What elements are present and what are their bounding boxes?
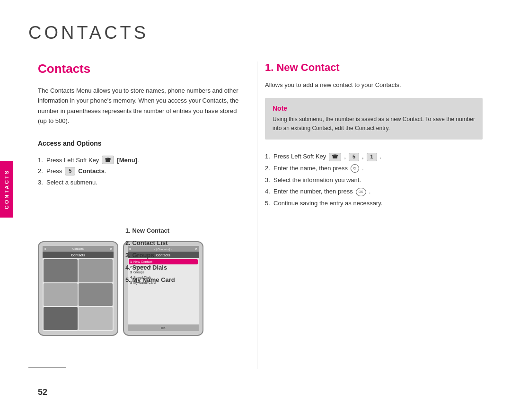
page-title: CONTACTS: [28, 23, 483, 43]
right-steps: 1. Press Left Soft Key ☎ , 5 , 1 . 2. En…: [265, 151, 483, 209]
phone-statusbar-1: |||Contacts⚙: [43, 246, 114, 252]
nav-icon: ↻: [351, 164, 359, 173]
page-number: 52: [38, 387, 47, 397]
phone-grid-area: [43, 258, 114, 331]
divider-line: [28, 367, 66, 368]
intro-text: The Contacts Menu allows you to store na…: [38, 86, 246, 126]
column-separator: [257, 61, 257, 369]
side-tab-label: CONTACTS: [4, 169, 9, 209]
access-options-title: Access and Options: [38, 140, 246, 147]
right-section-title: 1. New Contact: [265, 61, 483, 74]
left-step-3: 3. Select a submenu.: [38, 177, 246, 188]
menu-label-2: 2. Contact List: [125, 237, 175, 249]
allows-text: Allows you to add a new contact to your …: [265, 81, 483, 88]
page-header: CONTACTS: [28, 23, 483, 43]
menu-label-5: 5. My Name Card: [125, 274, 175, 286]
menu-label-1: 1. New Contact: [125, 225, 175, 237]
right-step-1: 1. Press Left Soft Key ☎ , 5 , 1 .: [265, 151, 483, 163]
five-key-icon-2: 5: [349, 153, 359, 161]
menu-label-4: 4. Speed Dials: [125, 262, 175, 274]
note-box: Note Using this submenu, the number is s…: [265, 98, 483, 140]
right-step-4: 4. Enter the number, then press OK .: [265, 186, 483, 198]
left-steps: 1. Press Left Soft Key ☎ [Menu]. 2. Pres…: [38, 155, 246, 188]
phone-softkey: OK: [128, 324, 199, 331]
soft-key-icon-1: ☎: [329, 153, 341, 161]
left-step-1: 1. Press Left Soft Key ☎ [Menu].: [38, 155, 246, 166]
right-step-2: 2. Enter the name, then press ↻ .: [265, 163, 483, 175]
note-label: Note: [273, 105, 475, 112]
left-step-2: 2. Press 5 Contacts.: [38, 166, 246, 176]
one-key-icon: 1: [367, 153, 377, 161]
menu-labels: 1. New Contact 2. Contact List 3. Groups…: [125, 225, 175, 286]
menu-label-3: 3. Groups: [125, 249, 175, 262]
left-section-title: Contacts: [38, 61, 246, 76]
left-column: Contacts The Contacts Menu allows you to…: [38, 61, 246, 196]
ok-icon: OK: [356, 188, 366, 196]
phone-titlebar-1: Contacts: [43, 252, 114, 258]
menu-key-icon: ☎: [102, 156, 114, 164]
note-text: Using this submenu, the number is saved …: [273, 115, 475, 133]
phone-mockup-1: |||Contacts⚙ Contacts: [38, 241, 118, 336]
right-column: 1. New Contact Allows you to add a new c…: [265, 61, 483, 210]
right-step-5: 5. Continue saving the entry as necessar…: [265, 198, 483, 210]
five-key-icon: 5: [65, 167, 75, 175]
side-tab: CONTACTS: [0, 161, 13, 218]
right-step-3: 3. Select the information you want.: [265, 175, 483, 186]
